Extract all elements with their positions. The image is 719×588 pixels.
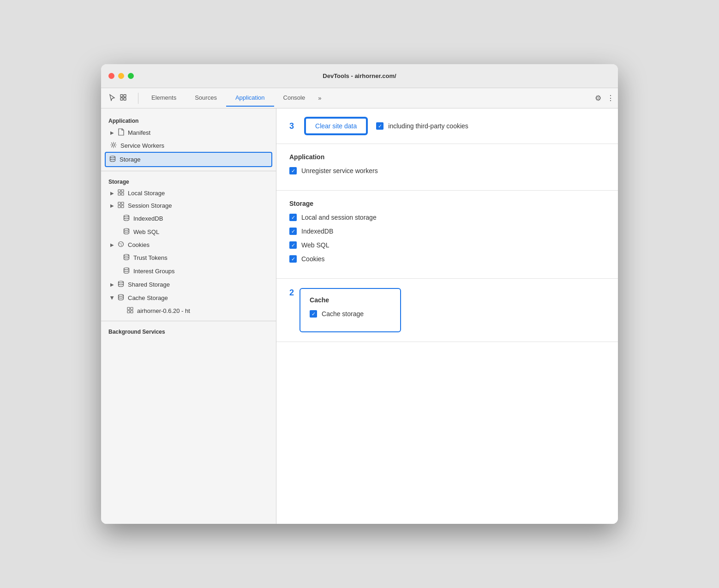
third-party-label: including third-party cookies — [388, 122, 468, 130]
local-storage-grid-icon — [118, 189, 124, 197]
tabbar-icons — [105, 94, 131, 103]
cookies-row: ✓ Cookies — [289, 255, 605, 263]
local-session-checkbox[interactable]: ✓ — [289, 214, 297, 221]
svg-rect-12 — [118, 205, 120, 208]
web-sql-checkbox[interactable]: ✓ — [289, 241, 297, 249]
cache-section-wrapper: 2 Cache ✓ Cache storage — [276, 279, 618, 342]
cursor-icon[interactable] — [108, 94, 116, 103]
cookies-content-label: Cookies — [301, 255, 325, 263]
sidebar-item-cookies[interactable]: ▶ Cookies — [101, 239, 276, 251]
application-section: Application ✓ Unregister service workers — [276, 144, 618, 191]
interest-groups-icon — [123, 267, 130, 276]
svg-rect-25 — [131, 307, 133, 310]
sidebar-item-cache-storage[interactable]: ▶ Cache Storage — [101, 291, 276, 305]
trust-tokens-label: Trust Tokens — [133, 254, 168, 261]
svg-point-16 — [119, 242, 124, 247]
storage-section: Storage ✓ Local and session storage ✓ In… — [276, 191, 618, 279]
cache-storage-content-label: Cache storage — [322, 310, 364, 318]
svg-point-17 — [120, 243, 120, 244]
manifest-label: Manifest — [128, 129, 150, 136]
layers-icon[interactable] — [120, 94, 127, 103]
cache-box: Cache ✓ Cache storage — [300, 288, 401, 332]
tab-elements[interactable]: Elements — [142, 90, 186, 107]
application-section-title: Application — [289, 153, 605, 161]
close-button[interactable] — [108, 73, 114, 79]
clear-site-data-button[interactable]: Clear site data — [305, 118, 367, 134]
indexeddb-row: ✓ IndexedDB — [289, 228, 605, 235]
titlebar-buttons — [108, 73, 134, 79]
session-storage-arrow-icon: ▶ — [110, 203, 114, 208]
sidebar-item-local-storage[interactable]: ▶ Local Storage — [101, 187, 276, 199]
sidebar-item-session-storage[interactable]: ▶ Session Storage — [101, 199, 276, 212]
cache-storage-row: ✓ Cache storage — [310, 310, 391, 318]
svg-point-18 — [121, 245, 122, 246]
more-icon[interactable]: ⋮ — [607, 94, 614, 102]
sidebar-item-web-sql[interactable]: Web SQL — [101, 225, 276, 239]
sidebar-item-shared-storage[interactable]: ▶ Shared Storage — [101, 278, 276, 291]
shared-storage-icon — [118, 280, 124, 289]
cache-storage-checkbox[interactable]: ✓ — [310, 310, 317, 318]
svg-point-14 — [124, 215, 129, 217]
svg-rect-13 — [121, 205, 124, 208]
sidebar-item-indexeddb[interactable]: IndexedDB — [101, 212, 276, 225]
cookies-arrow-icon: ▶ — [110, 242, 114, 247]
websql-icon — [123, 228, 130, 236]
tab-console[interactable]: Console — [274, 90, 315, 107]
cache-child-label: airhorner-0.6.20 - ht — [137, 307, 190, 314]
svg-rect-7 — [121, 190, 124, 192]
unregister-sw-checkbox[interactable]: ✓ — [289, 167, 297, 174]
sidebar: Application ▶ Manifest — [101, 108, 276, 524]
svg-rect-3 — [124, 98, 126, 100]
tab-more[interactable]: » — [314, 90, 325, 106]
sidebar-item-manifest[interactable]: ▶ Manifest — [101, 126, 276, 139]
background-services-label: Background Services — [101, 325, 276, 337]
sidebar-item-service-workers[interactable]: Service Workers — [101, 139, 276, 152]
web-sql-content-label: Web SQL — [301, 241, 329, 249]
cache-child-grid-icon — [127, 307, 133, 315]
svg-point-20 — [124, 254, 129, 256]
manifest-file-icon — [118, 128, 124, 137]
tab-sources[interactable]: Sources — [186, 90, 226, 107]
main-area: Application ▶ Manifest — [101, 108, 618, 524]
svg-point-4 — [113, 144, 115, 146]
sidebar-item-interest-groups[interactable]: Interest Groups — [101, 264, 276, 278]
maximize-button[interactable] — [128, 73, 134, 79]
svg-rect-8 — [118, 193, 120, 195]
session-storage-grid-icon — [118, 202, 124, 210]
local-storage-arrow-icon: ▶ — [110, 191, 114, 196]
indexeddb-label: IndexedDB — [133, 215, 163, 222]
manifest-arrow-icon: ▶ — [110, 130, 114, 135]
app-section-label: Application — [101, 114, 276, 126]
label-2-row: 2 Cache ✓ Cache storage — [289, 288, 605, 332]
sidebar-item-storage[interactable]: Storage — [105, 152, 272, 167]
settings-icon[interactable]: ⚙ — [595, 94, 601, 102]
cookies-checkbox[interactable]: ✓ — [289, 255, 297, 263]
web-sql-label: Web SQL — [133, 228, 159, 235]
svg-rect-0 — [120, 95, 123, 97]
label-2: 2 — [289, 288, 294, 298]
minimize-button[interactable] — [118, 73, 124, 79]
shared-storage-arrow-icon: ▶ — [110, 282, 114, 287]
titlebar: DevTools - airhorner.com/ — [101, 64, 618, 88]
svg-rect-10 — [118, 202, 120, 204]
svg-point-19 — [121, 243, 122, 244]
cache-section-title: Cache — [310, 296, 391, 304]
svg-rect-6 — [118, 190, 120, 192]
indexeddb-checkbox[interactable]: ✓ — [289, 228, 297, 235]
storage-section-label: Storage — [101, 175, 276, 187]
devtools-window: DevTools - airhorner.com/ Elements Sourc… — [101, 64, 618, 524]
sidebar-item-trust-tokens[interactable]: Trust Tokens — [101, 251, 276, 264]
svg-rect-2 — [120, 98, 123, 100]
tab-application[interactable]: Application — [226, 90, 274, 107]
cache-storage-label: Cache Storage — [128, 294, 168, 301]
trust-tokens-icon — [123, 253, 130, 262]
sidebar-item-cache-child[interactable]: airhorner-0.6.20 - ht — [101, 305, 276, 317]
third-party-checkbox[interactable]: ✓ — [376, 122, 383, 130]
cache-storage-icon — [118, 294, 124, 302]
window-title: DevTools - airhorner.com/ — [323, 72, 396, 79]
sidebar-divider-2 — [101, 321, 276, 321]
storage-db-icon — [109, 155, 116, 164]
svg-point-15 — [124, 228, 129, 230]
clear-site-row: 3 Clear site data ✓ including third-part… — [276, 108, 618, 144]
session-storage-label: Session Storage — [128, 202, 172, 209]
